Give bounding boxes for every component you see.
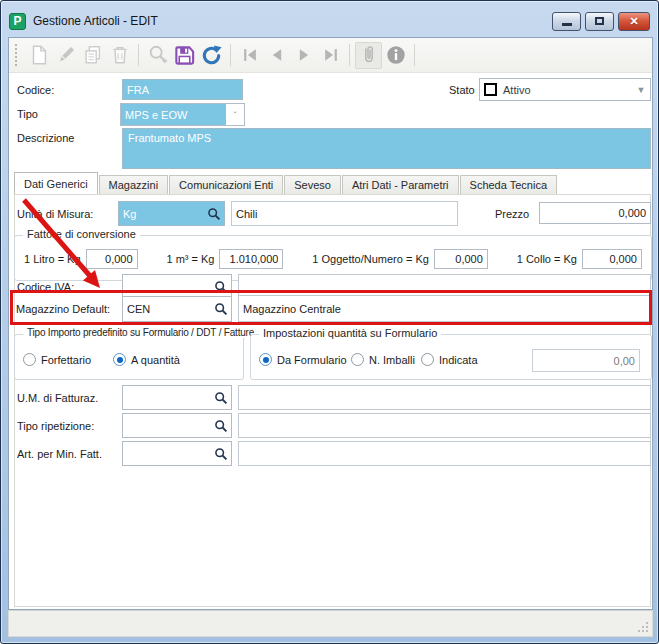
um-fatturazione-label: U.M. di Fatturaz.	[17, 392, 98, 404]
info-icon	[385, 44, 407, 66]
radio-icon[interactable]	[23, 353, 36, 366]
minimize-icon	[562, 23, 572, 26]
lookup-magnifier-icon[interactable]	[214, 302, 228, 316]
tipo-ripetizione-label: Tipo ripetizione:	[17, 420, 94, 432]
new-record-button[interactable]	[25, 42, 52, 69]
attachment-icon	[358, 44, 380, 66]
um-fatturazione-lookup[interactable]	[122, 385, 232, 410]
art-min-fatt-label: Art. per Min. Fatt.	[17, 448, 102, 460]
save-button[interactable]	[171, 42, 198, 69]
delete-record-button[interactable]	[106, 42, 133, 69]
radio-label: Forfettario	[41, 354, 91, 366]
tab-scheda-tecnica[interactable]: Scheda Tecnica	[460, 175, 557, 195]
fattore-conversione-title: Fattore di conversione	[23, 228, 140, 240]
toolbar-separator	[414, 44, 415, 66]
quantita-indicata-input[interactable]	[532, 349, 640, 372]
radio-icon[interactable]	[113, 353, 126, 366]
refresh-icon	[200, 44, 223, 67]
radio-icon[interactable]	[421, 353, 434, 366]
radio-icon[interactable]	[351, 353, 364, 366]
radio-icon[interactable]	[259, 353, 272, 366]
radio-label: N. Imballi	[369, 354, 415, 366]
resize-grip-icon[interactable]	[637, 621, 649, 633]
tab-comunicazioni-enti[interactable]: Comunicazioni Enti	[169, 175, 283, 195]
radio-indicata[interactable]: Indicata	[421, 353, 478, 366]
lookup-magnifier-icon[interactable]	[214, 391, 228, 405]
radio-forfettario[interactable]: Forfettario	[23, 353, 91, 366]
edit-record-icon	[55, 44, 77, 66]
magazzino-default-descrizione[interactable]	[238, 295, 651, 322]
magazzino-default-lookup[interactable]	[122, 296, 232, 322]
delete-record-icon	[109, 44, 131, 66]
nav-first-icon	[240, 45, 260, 65]
lookup-magnifier-icon[interactable]	[207, 207, 221, 221]
close-icon: ✕	[629, 15, 638, 28]
save-icon	[173, 44, 196, 67]
nav-prev-button[interactable]	[263, 42, 290, 69]
copy-record-icon	[82, 44, 104, 66]
minimize-button[interactable]	[552, 12, 581, 31]
art-min-fatt-descrizione[interactable]	[238, 441, 651, 466]
litro-label: 1 Litro = Kg	[24, 253, 81, 265]
codice-input[interactable]	[122, 79, 243, 100]
toolbar-separator	[349, 44, 350, 66]
tipo-value: MPS e EOW	[121, 104, 226, 125]
stato-value: Attivo	[503, 84, 632, 96]
nav-next-button[interactable]	[290, 42, 317, 69]
tipo-combobox[interactable]: MPS e EOW ˇ	[120, 103, 245, 126]
descrizione-input[interactable]: Frantumato MPS	[122, 128, 651, 169]
tab-strip: Dati Generici Magazzini Comunicazioni En…	[14, 172, 558, 195]
toolbar-separator	[230, 44, 231, 66]
um-fatturazione-descrizione[interactable]	[238, 385, 651, 410]
lookup-magnifier-icon[interactable]	[214, 447, 228, 461]
nav-last-button[interactable]	[317, 42, 344, 69]
prezzo-input[interactable]	[539, 202, 651, 224]
info-button[interactable]	[382, 42, 409, 69]
tipo-importo-title: Tipo Importo predefinito su Formulario /…	[23, 327, 258, 338]
search-button[interactable]	[144, 42, 171, 69]
radio-label: Indicata	[439, 354, 478, 366]
copy-record-button[interactable]	[79, 42, 106, 69]
metro-cubo-label: 1 m³ = Kg	[166, 253, 214, 265]
stato-combobox[interactable]: Attivo ▼	[479, 78, 651, 101]
chevron-down-icon[interactable]: ▼	[632, 85, 650, 95]
radio-label: Da Formulario	[277, 354, 347, 366]
magazzino-default-label: Magazzino Default:	[16, 303, 110, 315]
toolbar-grip[interactable]	[15, 44, 18, 66]
tab-magazzini[interactable]: Magazzini	[99, 175, 169, 195]
codice-label: Codice:	[17, 84, 54, 96]
tab-seveso[interactable]: Seveso	[284, 175, 341, 195]
lookup-magnifier-icon[interactable]	[214, 419, 228, 433]
nav-prev-icon	[267, 45, 287, 65]
chevron-down-icon[interactable]: ˇ	[226, 110, 244, 120]
tipo-ripetizione-lookup[interactable]	[122, 413, 232, 438]
maximize-button[interactable]	[585, 12, 614, 31]
unita-misura-lookup[interactable]	[118, 201, 225, 226]
tipo-ripetizione-descrizione[interactable]	[238, 413, 651, 438]
attachment-button[interactable]	[355, 42, 382, 69]
collo-input[interactable]	[582, 249, 642, 269]
edit-record-button[interactable]	[52, 42, 79, 69]
oggetto-numero-input[interactable]	[434, 249, 488, 269]
close-button[interactable]: ✕	[618, 12, 650, 31]
art-min-fatt-lookup[interactable]	[122, 441, 232, 466]
lookup-magnifier-icon[interactable]	[214, 280, 228, 294]
tipo-label: Tipo	[17, 108, 38, 120]
unita-misura-descrizione[interactable]	[231, 201, 458, 226]
radio-a-quantita[interactable]: A quantità	[113, 353, 180, 366]
app-window: P Gestione Articoli - EDIT ✕	[0, 0, 659, 644]
nav-first-button[interactable]	[236, 42, 263, 69]
radio-da-formulario[interactable]: Da Formulario	[259, 353, 347, 366]
toolbar	[9, 38, 652, 73]
stato-label: Stato	[449, 84, 475, 96]
radio-n-imballi[interactable]: N. Imballi	[351, 353, 415, 366]
metro-cubo-input[interactable]	[219, 249, 283, 269]
tab-atri-dati-parametri[interactable]: Atri Dati - Parametri	[342, 175, 459, 195]
tab-dati-generici[interactable]: Dati Generici	[14, 172, 98, 195]
refresh-button[interactable]	[198, 42, 225, 69]
titlebar[interactable]: P Gestione Articoli - EDIT ✕	[9, 7, 650, 35]
litro-input[interactable]	[86, 249, 138, 269]
nav-last-icon	[321, 45, 341, 65]
collo-label: 1 Collo = Kg	[517, 253, 577, 265]
search-icon	[147, 44, 169, 66]
